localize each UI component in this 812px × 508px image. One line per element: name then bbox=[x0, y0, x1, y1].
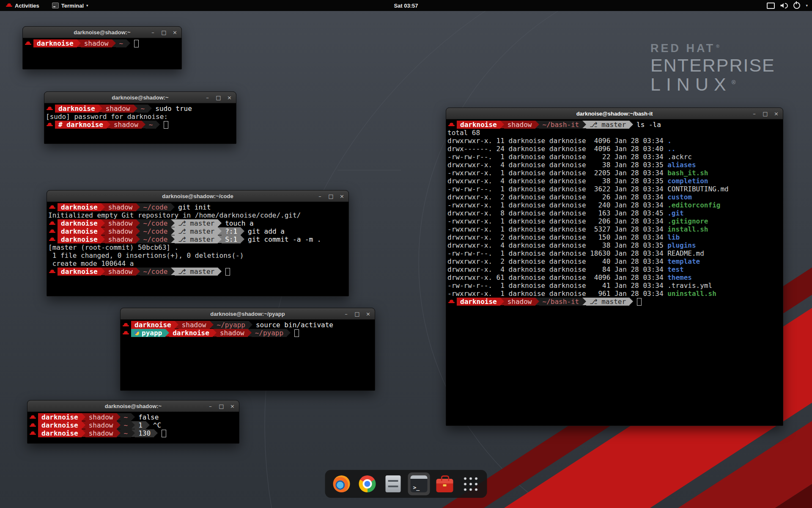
dock-item-firefox[interactable] bbox=[331, 472, 353, 495]
window-titlebar[interactable]: darknoise@shadow:~/bash-it–□× bbox=[446, 108, 783, 119]
maximize-button[interactable]: □ bbox=[219, 403, 224, 409]
terminal-line: darknoiseshadow~/codegit init bbox=[48, 203, 348, 211]
prompt-segment-host: shadow bbox=[110, 121, 142, 129]
close-button[interactable]: × bbox=[774, 111, 779, 116]
powerline-separator bbox=[535, 298, 539, 305]
minimize-button[interactable]: – bbox=[317, 193, 323, 199]
maximize-button[interactable]: □ bbox=[763, 111, 768, 116]
segment-text: ~ bbox=[149, 121, 153, 129]
redhat-icon bbox=[123, 323, 129, 328]
powerline-separator bbox=[131, 413, 135, 421]
terminal-line: # darknoiseshadow~ bbox=[46, 121, 235, 129]
terminal-body[interactable]: darknoiseshadow~ bbox=[23, 38, 181, 48]
window-titlebar[interactable]: darknoise@shadow:~–□× bbox=[44, 92, 236, 103]
output-text: .travis.yml bbox=[667, 282, 712, 290]
prompt-segment-user: darknoise bbox=[38, 413, 82, 421]
prompt-segment-git: ⎇ master bbox=[586, 298, 629, 306]
terminal-line: -rwxrwxr-x. 1 darknoise darknoise 206 Ja… bbox=[447, 217, 782, 225]
prompt-segment-user: darknoise bbox=[58, 203, 101, 211]
redhat-icon bbox=[47, 106, 53, 111]
dock-item-terminal[interactable]: >_ bbox=[408, 472, 430, 495]
output-text: drwxrwxr-x. 4 darknoise darknoise 38 Jan… bbox=[447, 241, 667, 249]
maximize-button[interactable]: □ bbox=[161, 30, 167, 35]
output-text: Initialized empty Git repository in /hom… bbox=[48, 211, 301, 219]
prompt-segment-git: ⎇ master bbox=[586, 121, 629, 129]
close-button[interactable]: × bbox=[227, 95, 232, 100]
output-text: lib bbox=[667, 233, 680, 241]
segment-text: shadow bbox=[508, 121, 532, 129]
powerline-separator bbox=[101, 219, 105, 227]
dock-item-software[interactable] bbox=[434, 472, 456, 495]
output-text: -rw-rw-r--. 1 darknoise darknoise 18630 … bbox=[447, 249, 667, 257]
command-text: sudo true bbox=[155, 105, 192, 113]
prompt-segment-git: ⎇ master bbox=[175, 219, 218, 227]
segment-text: darknoise bbox=[61, 203, 98, 211]
minimize-button[interactable]: – bbox=[208, 403, 213, 409]
prompt-segment-host: shadow bbox=[217, 329, 248, 337]
maximize-button[interactable]: □ bbox=[216, 95, 221, 100]
minimize-button[interactable]: – bbox=[205, 95, 210, 100]
terminal-body[interactable]: darknoiseshadow~/pyappsource bin/activat… bbox=[121, 320, 375, 338]
window-title: darknoise@shadow:~/pyapp bbox=[210, 311, 285, 317]
activities-button[interactable]: Activities bbox=[3, 0, 42, 11]
terminal-body[interactable]: darknoiseshadow~/codegit initInitialized… bbox=[47, 202, 348, 276]
minimize-button[interactable]: – bbox=[752, 111, 757, 116]
dock-item-chrome[interactable] bbox=[357, 472, 379, 495]
close-button[interactable]: × bbox=[339, 193, 345, 199]
titlebar-buttons: –□× bbox=[208, 400, 235, 411]
terminal-line: -rwxrwxr-x. 1 darknoise darknoise 2205 J… bbox=[447, 169, 782, 177]
terminal-window-sudo: darknoise@shadow:~–□×darknoiseshadow~sud… bbox=[44, 91, 236, 144]
segment-text: ~ bbox=[124, 421, 128, 429]
output-text: drwxrwxr-x. 2 darknoise darknoise 150 Ja… bbox=[447, 233, 667, 241]
window-titlebar[interactable]: darknoise@shadow:~/pyapp–□× bbox=[121, 308, 375, 320]
clock[interactable]: Sat 03:57 bbox=[394, 0, 418, 11]
window-titlebar[interactable]: darknoise@shadow:~/code–□× bbox=[47, 190, 348, 202]
prompt-segment-user: darknoise bbox=[58, 219, 101, 227]
firefox-icon bbox=[333, 475, 350, 492]
minimize-button[interactable]: – bbox=[150, 30, 156, 35]
dock-item-files[interactable] bbox=[382, 472, 404, 495]
prompt-segment-gitstat: S:1 bbox=[222, 235, 241, 243]
terminal-body[interactable]: darknoiseshadow~sudo true[sudo] password… bbox=[44, 103, 236, 130]
dock: >_ bbox=[325, 470, 487, 498]
app-menu[interactable]: Terminal ▾ bbox=[49, 0, 91, 11]
window-titlebar[interactable]: darknoise@shadow:~–□× bbox=[27, 400, 239, 412]
dock-item-app-grid[interactable] bbox=[460, 472, 482, 495]
segment-text: ~ bbox=[124, 429, 128, 437]
powerline-separator bbox=[218, 227, 222, 235]
terminal-app-icon bbox=[52, 3, 59, 8]
powerline-separator bbox=[101, 227, 105, 235]
redhat-icon bbox=[6, 3, 12, 8]
volume-wave bbox=[785, 3, 788, 8]
desktop: RED HAT® ENTERPRISE LINUX® darknoise@sha… bbox=[0, 0, 812, 508]
powerline-separator bbox=[82, 413, 85, 421]
system-status-area[interactable]: ▾ bbox=[767, 0, 808, 11]
segment-text: shadow bbox=[108, 219, 133, 227]
terminal-body[interactable]: darknoiseshadow~falsedarknoiseshadow~1^C… bbox=[27, 412, 239, 438]
terminal-line: [sudo] password for darknoise: bbox=[46, 113, 235, 121]
titlebar-buttons: –□× bbox=[752, 108, 779, 119]
maximize-button[interactable]: □ bbox=[354, 311, 360, 317]
window-title: darknoise@shadow:~ bbox=[112, 94, 168, 101]
close-button[interactable]: × bbox=[230, 403, 235, 409]
output-text: CONTRIBUTING.md bbox=[667, 185, 729, 193]
window-titlebar[interactable]: darknoise@shadow:~–□× bbox=[23, 27, 181, 38]
segment-text: darknoise bbox=[61, 227, 98, 235]
terminal-line: 1 file changed, 0 insertions(+), 0 delet… bbox=[48, 251, 348, 260]
maximize-button[interactable]: □ bbox=[328, 193, 334, 199]
close-button[interactable]: × bbox=[172, 30, 178, 35]
prompt-segment-git: ⎇ master bbox=[175, 235, 218, 243]
terminal-cursor bbox=[294, 329, 299, 337]
segment-text: darknoise bbox=[37, 39, 74, 47]
powerline-separator bbox=[213, 329, 217, 337]
app-grid-icon bbox=[462, 476, 479, 492]
terminal-line: -rwxrwxr-x. 1 darknoise darknoise 961 Ja… bbox=[447, 290, 782, 298]
minimize-button[interactable]: – bbox=[343, 311, 349, 317]
segment-text: shadow bbox=[89, 421, 113, 429]
terminal-body[interactable]: darknoiseshadow~/bash-it⎇ masterls -lato… bbox=[446, 119, 783, 306]
redhat-icon bbox=[123, 331, 129, 336]
prompt-segment-exit: 130 bbox=[135, 429, 154, 437]
terminal-line: darknoiseshadow~/code⎇ master bbox=[48, 268, 348, 276]
output-text: -rw-rw-r--. 1 darknoise darknoise 22 Jan… bbox=[447, 153, 667, 161]
close-button[interactable]: × bbox=[365, 311, 371, 317]
